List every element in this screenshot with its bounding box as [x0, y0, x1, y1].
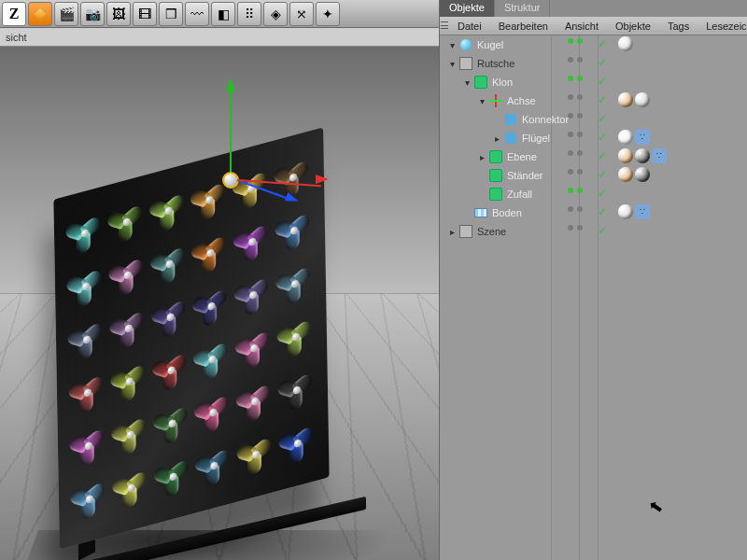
- object-label[interactable]: Kugel: [477, 39, 503, 50]
- tree-row-konnektor[interactable]: Konnektor✓: [440, 110, 747, 129]
- tag-set[interactable]: [618, 167, 650, 182]
- viewport-3d[interactable]: [0, 47, 439, 560]
- menu-0[interactable]: Datei: [449, 21, 490, 32]
- visibility-dots[interactable]: [568, 57, 583, 63]
- disclosure-icon[interactable]: ▸: [475, 152, 488, 162]
- cmd-f[interactable]: ⤧: [289, 2, 314, 26]
- visibility-dots[interactable]: [568, 150, 583, 156]
- axis-gizmo[interactable]: [222, 172, 239, 189]
- material-tag-icon[interactable]: [635, 148, 650, 163]
- material-tag-icon[interactable]: [618, 36, 633, 51]
- material-tag-icon[interactable]: [618, 92, 633, 107]
- visibility-dots[interactable]: [568, 76, 583, 81]
- object-label[interactable]: Zufall: [507, 189, 532, 200]
- axis-y: [230, 88, 232, 172]
- object-label[interactable]: Szene: [477, 226, 506, 237]
- visibility-dots[interactable]: [568, 206, 583, 212]
- menu-5[interactable]: Lesezeic: [698, 21, 747, 32]
- cmd-a[interactable]: 🎬: [54, 2, 78, 26]
- tree-row-achse[interactable]: ▾Achse✓: [440, 91, 747, 110]
- isosurf[interactable]: ❒: [159, 2, 183, 26]
- menu-4[interactable]: Tags: [659, 21, 698, 32]
- sphere-icon: [458, 37, 473, 52]
- material-tag-icon[interactable]: [635, 167, 650, 182]
- prim-cube[interactable]: [28, 2, 52, 26]
- tag-set[interactable]: ∵: [618, 204, 650, 219]
- visibility-dots[interactable]: [568, 188, 583, 193]
- cmd-d[interactable]: 🎞: [133, 2, 157, 26]
- enable-check[interactable]: ✓: [598, 75, 607, 88]
- object-label[interactable]: Konnektor: [522, 114, 569, 125]
- panel-menu-icon[interactable]: ☰: [440, 17, 449, 35]
- hierarchy-tree[interactable]: ▾Kugel✓▾Rutsche✓▾Klon✓▾Achse✓ Konnektor✓…: [440, 35, 747, 560]
- disclosure-icon[interactable]: ▾: [445, 40, 458, 50]
- menu-1[interactable]: Bearbeiten: [490, 21, 557, 32]
- tree-row-ständer[interactable]: Ständer✓: [440, 166, 747, 185]
- dynamics-tag-icon[interactable]: ∵: [635, 130, 650, 145]
- disclosure-icon[interactable]: ▸: [445, 227, 458, 237]
- visibility-dots[interactable]: [568, 113, 583, 119]
- object-label[interactable]: Flügel: [522, 133, 550, 144]
- disclosure-icon[interactable]: ▾: [460, 77, 473, 88]
- boole[interactable]: ◧: [211, 2, 235, 26]
- tag-set[interactable]: [618, 92, 650, 107]
- tag-set[interactable]: ∵: [618, 148, 667, 163]
- material-tag-icon[interactable]: [618, 148, 633, 163]
- cmd-c[interactable]: 🖼: [106, 2, 131, 26]
- blade-18: [70, 364, 106, 421]
- material-tag-icon[interactable]: [618, 167, 633, 182]
- tree-row-flügel[interactable]: ▸Flügel✓∵: [440, 129, 747, 147]
- enable-check[interactable]: ✓: [598, 37, 607, 50]
- enable-check[interactable]: ✓: [598, 131, 607, 144]
- tab-struktur[interactable]: Struktur: [495, 0, 551, 17]
- enable-check[interactable]: ✓: [598, 93, 607, 106]
- disclosure-icon[interactable]: ▾: [445, 59, 458, 69]
- root-icon: [458, 224, 473, 239]
- visibility-dots[interactable]: [568, 169, 583, 175]
- material-tag-icon[interactable]: [618, 130, 633, 145]
- dynamics-tag-icon[interactable]: ∵: [652, 148, 667, 163]
- object-label[interactable]: Achse: [507, 95, 536, 106]
- enable-check[interactable]: ✓: [598, 112, 607, 125]
- menu-3[interactable]: Objekte: [607, 21, 659, 32]
- tag-set[interactable]: [618, 36, 633, 51]
- object-label[interactable]: Boden: [492, 207, 522, 218]
- tree-row-szene[interactable]: ▸Szene✓: [440, 222, 747, 241]
- visibility-dots[interactable]: [568, 38, 583, 44]
- tree-row-klon[interactable]: ▾Klon✓: [440, 73, 747, 91]
- enable-check[interactable]: ✓: [598, 149, 607, 162]
- tree-row-ebene[interactable]: ▸Ebene✓∵: [440, 147, 747, 166]
- tree-row-rutsche[interactable]: ▾Rutsche✓: [440, 54, 747, 73]
- dynamics-tag-icon[interactable]: ∵: [635, 204, 650, 219]
- array[interactable]: ⠿: [237, 2, 261, 26]
- blade-24: [71, 417, 107, 474]
- material-tag-icon[interactable]: [635, 92, 650, 107]
- object-label[interactable]: Ständer: [507, 170, 543, 181]
- tree-row-boden[interactable]: Boden✓∵: [440, 203, 747, 222]
- cmd-e[interactable]: ◈: [263, 2, 288, 26]
- material-tag-icon[interactable]: [618, 204, 633, 219]
- enable-check[interactable]: ✓: [598, 205, 607, 218]
- spiral[interactable]: 〰: [185, 2, 209, 26]
- tree-row-kugel[interactable]: ▾Kugel✓: [440, 35, 747, 54]
- visibility-dots[interactable]: [568, 94, 583, 100]
- disclosure-icon[interactable]: ▾: [475, 96, 488, 106]
- object-label[interactable]: Klon: [492, 77, 513, 88]
- cmd-g[interactable]: ✦: [316, 2, 340, 26]
- enable-check[interactable]: ✓: [598, 187, 607, 200]
- tag-set[interactable]: ∵: [618, 130, 650, 145]
- cmd-b[interactable]: 📷: [80, 2, 105, 26]
- enable-check[interactable]: ✓: [598, 56, 607, 69]
- enable-check[interactable]: ✓: [598, 224, 607, 237]
- blade-1: [108, 194, 145, 251]
- tab-objekte[interactable]: Objekte: [440, 0, 495, 17]
- object-label[interactable]: Rutsche: [477, 58, 514, 69]
- enable-check[interactable]: ✓: [598, 168, 607, 181]
- visibility-dots[interactable]: [568, 225, 583, 231]
- z-button[interactable]: Z: [2, 2, 26, 26]
- disclosure-icon[interactable]: ▸: [490, 133, 503, 144]
- object-label[interactable]: Ebene: [507, 151, 537, 162]
- visibility-dots[interactable]: [568, 132, 583, 137]
- tree-row-zufall[interactable]: Zufall✓: [440, 185, 747, 203]
- menu-2[interactable]: Ansicht: [557, 21, 607, 32]
